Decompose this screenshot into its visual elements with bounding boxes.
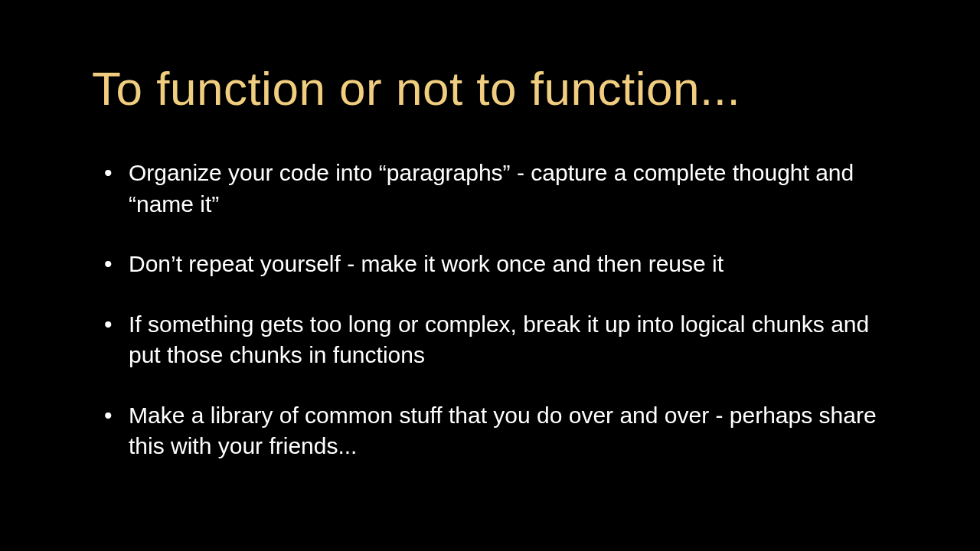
list-item: Don’t repeat yourself - make it work onc… <box>104 249 888 280</box>
list-item: Make a library of common stuff that you … <box>104 400 888 462</box>
bullet-list: Organize your code into “paragraphs” - c… <box>92 158 888 462</box>
list-item: Organize your code into “paragraphs” - c… <box>104 158 888 220</box>
slide-title: To function or not to function... <box>92 61 888 116</box>
list-item: If something gets too long or complex, b… <box>104 309 888 371</box>
slide-container: To function or not to function... Organi… <box>0 0 980 551</box>
